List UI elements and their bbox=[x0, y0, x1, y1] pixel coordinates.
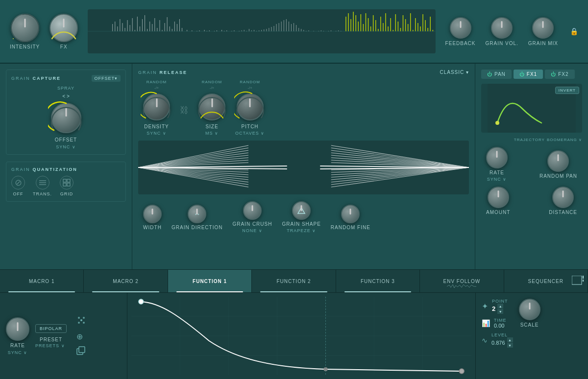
grain-shape-sublabel[interactable]: TRAPEZE ∨ bbox=[287, 228, 316, 233]
time-label: TIME bbox=[494, 318, 507, 323]
level-down[interactable]: ▼ bbox=[507, 343, 513, 348]
size-sync[interactable]: MS ∨ bbox=[205, 131, 219, 136]
quant-off[interactable]: ⊘ OFF bbox=[11, 176, 25, 196]
link-icon[interactable]: ⛓ bbox=[180, 105, 189, 116]
time-row: 📊 TIME 0.00 bbox=[482, 318, 513, 329]
tab-fx1[interactable]: ⏻ FX1 bbox=[514, 70, 543, 79]
tab-fx2[interactable]: ⏻ FX2 bbox=[545, 70, 574, 79]
density-group: RANDOM -/+ DENSITY SYNC ∨ bbox=[143, 80, 170, 136]
pan-display[interactable]: INVERT bbox=[481, 84, 582, 133]
classic-mode-badge[interactable]: CLASSIC ▾ bbox=[440, 70, 469, 75]
lock-icon[interactable]: 🔒 bbox=[570, 27, 578, 35]
waveform-display[interactable] bbox=[88, 9, 435, 53]
magnet-icon[interactable]: ⊕ bbox=[76, 332, 86, 341]
svg-rect-181 bbox=[583, 280, 584, 282]
grid-tool-icon[interactable] bbox=[76, 315, 86, 327]
function1-label: FUNCTION 1 bbox=[193, 279, 227, 284]
quant-off-icon: ⊘ bbox=[11, 176, 25, 190]
svg-rect-138 bbox=[67, 183, 70, 186]
amount-group: AMOUNT bbox=[486, 187, 510, 215]
offset-knob[interactable] bbox=[51, 103, 81, 133]
rate-sync[interactable]: SYNC ∨ bbox=[487, 177, 507, 182]
sequencer-item[interactable]: SEQUENCER bbox=[504, 270, 588, 292]
env-follow-label: ENV FOLLOW bbox=[443, 279, 481, 284]
tab-bar: ⏻ PAN ⏻ FX1 ⏻ FX2 bbox=[481, 70, 582, 79]
right-knobs-row1: RATE SYNC ∨ RANDOM PAN bbox=[481, 147, 582, 182]
quant-off-label: OFF bbox=[13, 191, 24, 196]
macro-bar: MACRO 1 MACRO 2 FUNCTION 1 FUNCTION 2 FU… bbox=[0, 269, 588, 293]
boomerang-label[interactable]: BOOMERANG ∨ bbox=[547, 138, 582, 142]
point-up[interactable]: ▲ bbox=[497, 304, 503, 308]
env-follow-item[interactable]: ENV FOLLOW bbox=[420, 270, 504, 292]
grain-direction-knob[interactable]: ↔ bbox=[188, 205, 206, 223]
pitch-random-label: RANDOM bbox=[240, 80, 260, 84]
offset-knob-section: SPRAY < > OFFSET SYNC ∨ bbox=[11, 86, 121, 149]
grain-crush-sublabel[interactable]: NONE ∨ bbox=[242, 228, 263, 233]
feedback-knob[interactable] bbox=[450, 17, 471, 39]
point-down[interactable]: ▼ bbox=[497, 309, 503, 314]
quant-grid[interactable]: GRID bbox=[60, 176, 74, 196]
function3-item[interactable]: FUNCTION 3 bbox=[336, 270, 420, 292]
quant-grid-icon bbox=[60, 176, 74, 190]
bottom-rate-sync[interactable]: SYNC ∨ bbox=[8, 350, 28, 355]
grain-crush-label: GRAIN CRUSH bbox=[232, 221, 272, 227]
width-knob[interactable] bbox=[143, 205, 162, 223]
grain-shape-knob[interactable] bbox=[292, 201, 311, 220]
amount-knob[interactable] bbox=[488, 187, 509, 208]
pitch-pm: -/+ bbox=[247, 86, 252, 90]
distance-group: DISTANCE bbox=[549, 187, 577, 215]
tool-icons: ⊕ bbox=[76, 315, 86, 357]
grain-vol-knob[interactable] bbox=[491, 17, 513, 39]
svg-point-178 bbox=[495, 121, 499, 125]
bottom-left: RATE SYNC ∨ BIPOLAR PRESET PRESETS ∨ ⊕ bbox=[0, 293, 127, 379]
offset-badge[interactable]: OFFSET▾ bbox=[92, 75, 121, 82]
density-knob[interactable] bbox=[143, 94, 170, 120]
random-fine-group: RANDOM FINE bbox=[331, 205, 370, 230]
grain-release-header: GRAIN RELEASE CLASSIC ▾ bbox=[138, 70, 469, 75]
quant-trans[interactable]: TRANS. bbox=[33, 176, 52, 196]
svg-point-199 bbox=[139, 299, 144, 304]
grain-quant-title1: GRAIN bbox=[11, 167, 30, 172]
invert-button[interactable]: INVERT bbox=[555, 87, 579, 94]
presets-dropdown[interactable]: PRESETS ∨ bbox=[35, 343, 67, 348]
preset-label: PRESET bbox=[35, 337, 67, 342]
svg-point-183 bbox=[83, 317, 85, 319]
tab-pan[interactable]: ⏻ PAN bbox=[481, 70, 512, 79]
macro2-item[interactable]: MACRO 2 bbox=[84, 270, 168, 292]
release-knobs: RANDOM -/+ DENSITY SYNC ∨ ⛓ RANDOM -/+ bbox=[138, 80, 469, 136]
point-spinbox: 2 ▲ ▼ bbox=[492, 304, 508, 314]
grain-crush-knob[interactable] bbox=[243, 201, 262, 220]
bottom-rate-knob[interactable] bbox=[6, 317, 29, 341]
svg-point-182 bbox=[78, 317, 80, 319]
grain-release-title2: RELEASE bbox=[160, 70, 188, 75]
pitch-sync[interactable]: OCTAVES ∨ bbox=[235, 131, 265, 136]
rate-knob[interactable] bbox=[486, 147, 508, 168]
bottom-main[interactable] bbox=[127, 293, 475, 379]
grain-mix-container: GRAIN MIX bbox=[528, 17, 558, 46]
level-up[interactable]: ▲ bbox=[507, 337, 513, 342]
offset-sync-label[interactable]: SYNC ∨ bbox=[56, 144, 76, 149]
random-pan-label: RANDOM PAN bbox=[539, 173, 577, 179]
function1-item[interactable]: FUNCTION 1 bbox=[168, 270, 252, 292]
right-panel: ⏻ PAN ⏻ FX1 ⏻ FX2 INVERT TRA bbox=[475, 64, 588, 269]
feedback-label: FEEDBACK bbox=[445, 41, 476, 46]
grain-vol-label: GRAIN VOL. bbox=[486, 41, 518, 46]
random-fine-knob[interactable] bbox=[341, 205, 360, 223]
svg-rect-180 bbox=[583, 276, 584, 279]
copy-icon[interactable] bbox=[76, 346, 86, 357]
random-pan-knob[interactable] bbox=[547, 150, 569, 172]
scale-knob[interactable] bbox=[519, 299, 540, 320]
svg-point-184 bbox=[78, 322, 80, 324]
bipolar-button[interactable]: BIPOLAR bbox=[35, 324, 67, 333]
grain-mix-knob[interactable] bbox=[532, 17, 554, 39]
function2-item[interactable]: FUNCTION 2 bbox=[252, 270, 336, 292]
pitch-knob[interactable] bbox=[237, 94, 264, 120]
distance-knob[interactable] bbox=[552, 187, 574, 208]
density-sync[interactable]: SYNC ∨ bbox=[147, 131, 167, 136]
macro1-item[interactable]: MACRO 1 bbox=[0, 270, 84, 292]
function3-label: FUNCTION 3 bbox=[361, 279, 395, 284]
point-label: POINT bbox=[492, 299, 508, 304]
size-knob[interactable] bbox=[198, 94, 225, 120]
tab-fx1-label: FX1 bbox=[527, 71, 537, 77]
quant-trans-label: TRANS. bbox=[33, 191, 52, 196]
